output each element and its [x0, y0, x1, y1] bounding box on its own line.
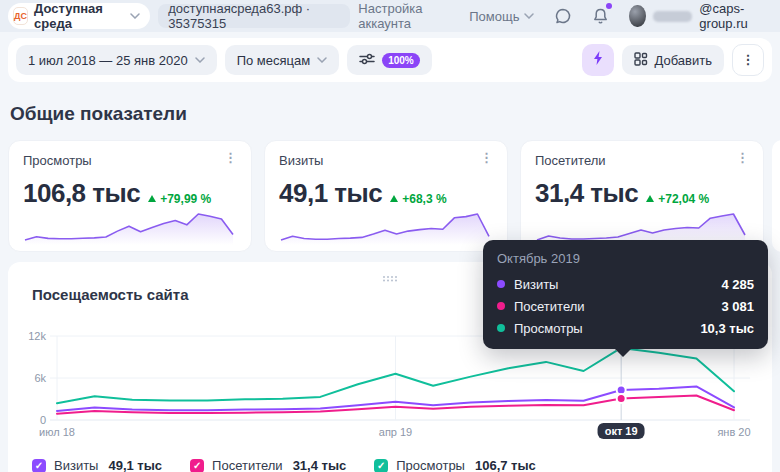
avatar — [629, 5, 645, 27]
tooltip-row-visitors: Посетители 3 081 — [497, 295, 754, 317]
series-dot-icon — [497, 302, 505, 310]
chart-legend: ✓ Визиты 49,1 тыс ✓ Посетители 31,4 тыс … — [32, 458, 536, 472]
x-axis-labels: июл 18апр 19окт 19янв 20 — [8, 426, 763, 446]
tooltip-row-views: Просмотры 10,3 тыс — [497, 317, 754, 339]
svg-text:6k: 6k — [34, 372, 46, 384]
help-menu[interactable]: Помощь — [469, 9, 534, 24]
chat-icon[interactable] — [554, 7, 572, 25]
date-range-value: 1 июл 2018 — 25 янв 2020 — [28, 53, 188, 68]
card-views[interactable]: Просмотры ⋮ 106,8 тыс +79,99 % — [8, 140, 252, 252]
add-widget-button[interactable]: Добавить — [622, 45, 724, 75]
chevron-down-icon — [524, 13, 534, 19]
checkbox-checked-icon: ✓ — [374, 459, 388, 472]
tooltip-title: Октябрь 2019 — [497, 251, 754, 266]
card-value: 31,4 тыс — [535, 178, 638, 209]
notification-dot — [606, 3, 612, 9]
tooltip-value: 3 081 — [721, 299, 754, 314]
legend-value: 31,4 тыс — [293, 458, 347, 472]
legend-label: Посетители — [212, 458, 283, 472]
kebab-icon[interactable]: ⋮ — [480, 153, 493, 163]
tooltip-label: Посетители — [514, 299, 585, 314]
legend-value: 106,7 тыс — [475, 458, 536, 472]
delta-up-icon — [148, 195, 156, 202]
sampling-badge: 100% — [382, 53, 420, 68]
tooltip-label: Визиты — [514, 277, 558, 292]
notifications-bell-icon[interactable] — [592, 7, 609, 25]
x-tick: июл 18 — [39, 426, 75, 438]
widgets-grid-icon — [634, 52, 648, 69]
lightning-icon — [592, 50, 604, 70]
section-title: Общие показатели — [10, 103, 770, 125]
legend-label: Просмотры — [396, 458, 465, 472]
sliders-icon — [359, 52, 375, 69]
card-title: Визиты — [279, 153, 323, 168]
sampling-settings-button[interactable]: 100% — [347, 45, 432, 75]
card-sparkline — [277, 209, 493, 245]
checkbox-checked-icon: ✓ — [32, 459, 46, 472]
legend-item-visits[interactable]: ✓ Визиты 49,1 тыс — [32, 458, 162, 472]
card-title: Посетители — [535, 153, 606, 168]
toolbar-kebab-menu[interactable]: ⋮ — [732, 44, 764, 76]
kebab-icon[interactable]: ⋮ — [736, 153, 749, 163]
counter-logo: ДС — [13, 7, 28, 25]
card-title: Просмотры — [23, 153, 92, 168]
summary-cards-row: Просмотры ⋮ 106,8 тыс +79,99 % Визиты ⋮ … — [8, 140, 764, 252]
delta-up-icon — [390, 195, 398, 202]
filters-toolbar: 1 июл 2018 — 25 янв 2020 По месяцам 100%… — [8, 38, 772, 82]
user-account[interactable]: @caps-group.ru — [629, 1, 768, 31]
legend-label: Визиты — [54, 458, 98, 472]
grouping-value: По месяцам — [237, 53, 311, 68]
legend-value: 49,1 тыс — [108, 458, 162, 472]
user-email: @caps-group.ru — [699, 1, 768, 31]
kebab-icon[interactable]: ⋮ — [224, 153, 237, 163]
card-visitors[interactable]: Посетители ⋮ 31,4 тыс +72,04 % — [520, 140, 764, 252]
date-range-selector[interactable]: 1 июл 2018 — 25 янв 2020 — [16, 45, 217, 75]
svg-text:0: 0 — [40, 414, 46, 426]
chevron-down-icon — [195, 57, 205, 63]
tooltip-value: 4 285 — [721, 277, 754, 292]
legend-item-views[interactable]: ✓ Просмотры 106,7 тыс — [374, 458, 536, 472]
legend-item-visitors[interactable]: ✓ Посетители 31,4 тыс — [190, 458, 346, 472]
series-dot-icon — [497, 280, 505, 288]
grouping-selector[interactable]: По месяцам — [225, 45, 340, 75]
tooltip-arrow — [615, 349, 631, 357]
counter-name: Доступная среда — [34, 1, 124, 31]
kebab-icon: ⋮ — [742, 55, 755, 65]
series-dot-icon — [497, 324, 505, 332]
tooltip-row-visits: Визиты 4 285 — [497, 273, 754, 295]
card-visits[interactable]: Визиты ⋮ 49,1 тыс +68,3 % — [264, 140, 508, 252]
card-sparkline — [21, 209, 237, 245]
add-widget-label: Добавить — [655, 53, 712, 68]
help-label: Помощь — [469, 9, 519, 24]
x-tick: апр 19 — [379, 426, 412, 438]
x-tick-selected: окт 19 — [598, 423, 645, 439]
counter-selector[interactable]: ДС Доступная среда — [8, 3, 150, 29]
card-delta: +79,99 % — [160, 192, 211, 206]
delta-up-icon — [646, 195, 654, 202]
x-tick: янв 20 — [717, 426, 750, 438]
quick-actions-button[interactable] — [582, 44, 614, 76]
svg-text:12k: 12k — [28, 330, 46, 342]
tooltip-label: Просмотры — [514, 321, 583, 336]
tooltip-value: 10,3 тыс — [700, 321, 754, 336]
card-value: 49,1 тыс — [279, 178, 382, 209]
chart-tooltip: Октябрь 2019 Визиты 4 285 Посетители 3 0… — [483, 240, 768, 349]
chevron-down-icon — [130, 13, 140, 19]
account-settings-link[interactable]: Настройка аккаунта — [358, 1, 449, 31]
chevron-down-icon — [317, 57, 327, 63]
card-delta: +68,3 % — [402, 192, 446, 206]
top-header: ДС Доступная среда доступнаясреда63.рф ·… — [0, 0, 780, 32]
next-card-partial — [772, 140, 780, 252]
counter-domain-id[interactable]: доступнаясреда63.рф · 35375315 — [158, 4, 350, 28]
card-delta: +72,04 % — [658, 192, 709, 206]
user-name-redacted — [653, 11, 693, 22]
drag-handle-icon[interactable] — [382, 268, 398, 286]
checkbox-checked-icon: ✓ — [190, 459, 204, 472]
card-value: 106,8 тыс — [23, 178, 140, 209]
